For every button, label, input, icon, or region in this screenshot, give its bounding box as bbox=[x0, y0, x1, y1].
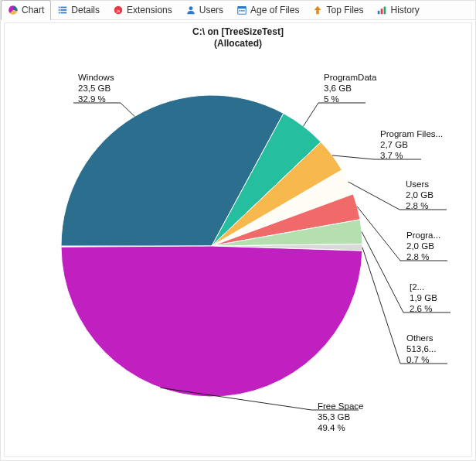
tab-label: Chart bbox=[22, 5, 44, 15]
svg-rect-1 bbox=[59, 7, 60, 9]
tab-extensions[interactable]: js Extensions bbox=[107, 1, 179, 19]
svg-rect-6 bbox=[61, 12, 67, 14]
chart-panel: C:\ on [TreeSizeTest] (Allocated) Window… bbox=[4, 22, 472, 457]
svg-rect-12 bbox=[240, 10, 241, 12]
svg-rect-5 bbox=[59, 12, 60, 14]
tab-label: History bbox=[390, 5, 419, 15]
svg-rect-14 bbox=[243, 10, 245, 12]
users-icon bbox=[185, 5, 196, 15]
svg-rect-17 bbox=[384, 7, 386, 15]
tab-history[interactable]: History bbox=[370, 1, 426, 19]
tab-label: Top Files bbox=[326, 5, 363, 15]
tab-users[interactable]: Users bbox=[179, 1, 230, 19]
tab-label: Extensions bbox=[127, 5, 172, 15]
svg-point-9 bbox=[189, 6, 192, 10]
slice-label-progra: Progra... 2,0 GB 2.8 % bbox=[406, 230, 440, 262]
pie-chart bbox=[5, 23, 473, 456]
tab-label: Users bbox=[199, 5, 223, 15]
tab-top-files[interactable]: Top Files bbox=[306, 1, 370, 19]
tab-age-of-files[interactable]: Age of Files bbox=[230, 1, 306, 19]
slice-label-programdata: ProgramData 3,6 GB 5 % bbox=[324, 72, 376, 104]
svg-rect-15 bbox=[378, 11, 380, 14]
svg-rect-11 bbox=[238, 7, 246, 9]
svg-rect-2 bbox=[61, 7, 67, 9]
tab-strip: Chart Details js Extensions Users Age of… bbox=[1, 1, 475, 20]
slice-label-program-files: Program Files... 2,7 GB 3.7 % bbox=[380, 128, 443, 161]
extensions-icon: js bbox=[113, 5, 124, 15]
pie-chart-icon bbox=[8, 5, 19, 15]
arrow-up-icon bbox=[312, 5, 323, 15]
slice-label-users: Users 2,0 GB 2.8 % bbox=[406, 179, 434, 211]
calendar-icon bbox=[236, 5, 247, 15]
svg-rect-3 bbox=[59, 9, 60, 11]
svg-text:js: js bbox=[116, 8, 121, 14]
svg-rect-4 bbox=[61, 9, 67, 11]
slice-label-free-space: Free Space 35,3 GB 49.4 % bbox=[318, 401, 363, 433]
slice-label-windows: Windows 23,5 GB 32.9 % bbox=[78, 72, 114, 104]
slice-label-2: [2... 1,9 GB 2.6 % bbox=[410, 282, 437, 314]
list-icon bbox=[57, 5, 68, 15]
tab-details[interactable]: Details bbox=[51, 1, 107, 19]
slice-label-others: Others 513,6... 0.7 % bbox=[406, 333, 436, 365]
tab-label: Details bbox=[71, 5, 100, 15]
history-icon bbox=[376, 5, 387, 15]
svg-rect-16 bbox=[381, 9, 383, 14]
svg-rect-13 bbox=[241, 10, 243, 12]
tab-label: Age of Files bbox=[250, 5, 299, 15]
tab-chart[interactable]: Chart bbox=[1, 0, 51, 20]
